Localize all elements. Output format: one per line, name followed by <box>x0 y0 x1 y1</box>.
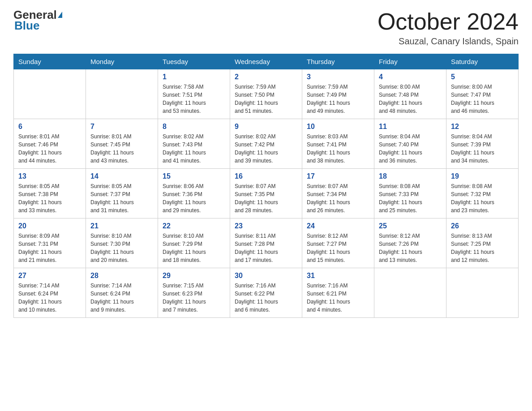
calendar-cell: 23Sunrise: 8:11 AM Sunset: 7:28 PM Dayli… <box>230 218 302 268</box>
calendar-cell: 22Sunrise: 8:10 AM Sunset: 7:29 PM Dayli… <box>158 218 230 268</box>
day-number: 7 <box>90 123 153 131</box>
day-info: Sunrise: 8:05 AM Sunset: 7:38 PM Dayligh… <box>18 182 81 214</box>
day-number: 12 <box>451 123 514 131</box>
calendar-cell: 2Sunrise: 7:59 AM Sunset: 7:50 PM Daylig… <box>230 69 302 119</box>
day-info: Sunrise: 7:14 AM Sunset: 6:24 PM Dayligh… <box>18 282 81 314</box>
day-info: Sunrise: 8:00 AM Sunset: 7:48 PM Dayligh… <box>379 83 442 115</box>
calendar-cell: 28Sunrise: 7:14 AM Sunset: 6:24 PM Dayli… <box>86 268 158 318</box>
title-block: October 2024 Sauzal, Canary Islands, Spa… <box>378 9 519 47</box>
day-number: 23 <box>235 222 297 230</box>
calendar-cell: 19Sunrise: 8:08 AM Sunset: 7:32 PM Dayli… <box>446 169 519 218</box>
day-info: Sunrise: 8:05 AM Sunset: 7:37 PM Dayligh… <box>90 182 153 214</box>
calendar-cell: 3Sunrise: 7:59 AM Sunset: 7:49 PM Daylig… <box>302 69 374 119</box>
day-number: 16 <box>235 172 297 180</box>
day-info: Sunrise: 8:02 AM Sunset: 7:43 PM Dayligh… <box>163 133 225 165</box>
calendar-cell: 21Sunrise: 8:10 AM Sunset: 7:30 PM Dayli… <box>86 218 158 268</box>
day-number: 1 <box>163 73 225 81</box>
calendar-cell: 25Sunrise: 8:12 AM Sunset: 7:26 PM Dayli… <box>374 218 446 268</box>
day-number: 2 <box>235 73 297 81</box>
day-number: 14 <box>90 172 153 180</box>
day-info: Sunrise: 7:58 AM Sunset: 7:51 PM Dayligh… <box>163 83 225 115</box>
day-number: 20 <box>18 222 81 230</box>
day-info: Sunrise: 8:07 AM Sunset: 7:35 PM Dayligh… <box>235 182 297 214</box>
calendar-cell: 31Sunrise: 7:16 AM Sunset: 6:21 PM Dayli… <box>302 268 374 318</box>
day-info: Sunrise: 8:02 AM Sunset: 7:42 PM Dayligh… <box>235 133 297 165</box>
day-number: 8 <box>163 123 225 131</box>
weekday-header-monday: Monday <box>86 54 158 69</box>
day-info: Sunrise: 8:03 AM Sunset: 7:41 PM Dayligh… <box>307 133 369 165</box>
calendar-cell: 8Sunrise: 8:02 AM Sunset: 7:43 PM Daylig… <box>158 119 230 169</box>
calendar-cell: 30Sunrise: 7:16 AM Sunset: 6:22 PM Dayli… <box>230 268 302 318</box>
calendar-cell: 15Sunrise: 8:06 AM Sunset: 7:36 PM Dayli… <box>158 169 230 218</box>
day-info: Sunrise: 8:13 AM Sunset: 7:25 PM Dayligh… <box>451 232 514 264</box>
weekday-header-thursday: Thursday <box>302 54 374 69</box>
day-number: 5 <box>451 73 514 81</box>
calendar-cell: 18Sunrise: 8:08 AM Sunset: 7:33 PM Dayli… <box>374 169 446 218</box>
day-info: Sunrise: 7:14 AM Sunset: 6:24 PM Dayligh… <box>90 282 153 314</box>
weekday-header-wednesday: Wednesday <box>230 54 302 69</box>
calendar-cell: 20Sunrise: 8:09 AM Sunset: 7:31 PM Dayli… <box>14 218 86 268</box>
calendar-cell <box>14 69 86 119</box>
day-number: 13 <box>18 172 81 180</box>
weekday-header-friday: Friday <box>374 54 446 69</box>
day-info: Sunrise: 8:12 AM Sunset: 7:26 PM Dayligh… <box>379 232 442 264</box>
day-number: 18 <box>379 172 442 180</box>
day-number: 11 <box>379 123 442 131</box>
calendar-week-row: 1Sunrise: 7:58 AM Sunset: 7:51 PM Daylig… <box>14 69 519 119</box>
calendar-cell <box>86 69 158 119</box>
day-number: 6 <box>18 123 81 131</box>
day-info: Sunrise: 7:59 AM Sunset: 7:50 PM Dayligh… <box>235 83 297 115</box>
day-number: 22 <box>163 222 225 230</box>
day-info: Sunrise: 7:59 AM Sunset: 7:49 PM Dayligh… <box>307 83 369 115</box>
day-info: Sunrise: 8:12 AM Sunset: 7:27 PM Dayligh… <box>307 232 369 264</box>
calendar-week-row: 20Sunrise: 8:09 AM Sunset: 7:31 PM Dayli… <box>14 218 519 268</box>
day-number: 17 <box>307 172 369 180</box>
day-info: Sunrise: 8:04 AM Sunset: 7:40 PM Dayligh… <box>379 133 442 165</box>
calendar-cell: 6Sunrise: 8:01 AM Sunset: 7:46 PM Daylig… <box>14 119 86 169</box>
day-number: 27 <box>18 272 81 280</box>
day-number: 29 <box>163 272 225 280</box>
day-number: 24 <box>307 222 369 230</box>
day-info: Sunrise: 8:10 AM Sunset: 7:30 PM Dayligh… <box>90 232 153 264</box>
day-number: 10 <box>307 123 369 131</box>
day-info: Sunrise: 8:01 AM Sunset: 7:45 PM Dayligh… <box>90 133 153 165</box>
logo-blue-text: Blue <box>14 20 39 31</box>
calendar-cell: 11Sunrise: 8:04 AM Sunset: 7:40 PM Dayli… <box>374 119 446 169</box>
calendar-cell: 7Sunrise: 8:01 AM Sunset: 7:45 PM Daylig… <box>86 119 158 169</box>
day-info: Sunrise: 8:11 AM Sunset: 7:28 PM Dayligh… <box>235 232 297 264</box>
weekday-header-saturday: Saturday <box>446 54 519 69</box>
calendar-cell: 1Sunrise: 7:58 AM Sunset: 7:51 PM Daylig… <box>158 69 230 119</box>
calendar-cell: 29Sunrise: 7:15 AM Sunset: 6:23 PM Dayli… <box>158 268 230 318</box>
day-info: Sunrise: 8:07 AM Sunset: 7:34 PM Dayligh… <box>307 182 369 214</box>
calendar-cell: 10Sunrise: 8:03 AM Sunset: 7:41 PM Dayli… <box>302 119 374 169</box>
page-header: General Blue October 2024 Sauzal, Canary… <box>13 9 519 47</box>
weekday-header-tuesday: Tuesday <box>158 54 230 69</box>
weekday-header-sunday: Sunday <box>14 54 86 69</box>
day-info: Sunrise: 8:04 AM Sunset: 7:39 PM Dayligh… <box>451 133 514 165</box>
day-info: Sunrise: 7:16 AM Sunset: 6:21 PM Dayligh… <box>307 282 369 314</box>
month-title: October 2024 <box>378 9 519 34</box>
calendar-table: SundayMondayTuesdayWednesdayThursdayFrid… <box>13 54 519 318</box>
calendar-cell: 5Sunrise: 8:00 AM Sunset: 7:47 PM Daylig… <box>446 69 519 119</box>
day-info: Sunrise: 8:08 AM Sunset: 7:33 PM Dayligh… <box>379 182 442 214</box>
day-info: Sunrise: 7:15 AM Sunset: 6:23 PM Dayligh… <box>163 282 225 314</box>
calendar-cell: 16Sunrise: 8:07 AM Sunset: 7:35 PM Dayli… <box>230 169 302 218</box>
day-info: Sunrise: 8:10 AM Sunset: 7:29 PM Dayligh… <box>163 232 225 264</box>
logo-triangle-icon <box>58 12 62 18</box>
calendar-cell: 17Sunrise: 8:07 AM Sunset: 7:34 PM Dayli… <box>302 169 374 218</box>
calendar-week-row: 13Sunrise: 8:05 AM Sunset: 7:38 PM Dayli… <box>14 169 519 218</box>
weekday-header-row: SundayMondayTuesdayWednesdayThursdayFrid… <box>14 54 519 69</box>
location-text: Sauzal, Canary Islands, Spain <box>378 36 519 47</box>
calendar-cell <box>446 268 519 318</box>
logo: General Blue <box>13 9 62 31</box>
day-number: 25 <box>379 222 442 230</box>
calendar-cell: 9Sunrise: 8:02 AM Sunset: 7:42 PM Daylig… <box>230 119 302 169</box>
calendar-cell <box>374 268 446 318</box>
day-number: 9 <box>235 123 297 131</box>
day-number: 26 <box>451 222 514 230</box>
day-info: Sunrise: 8:01 AM Sunset: 7:46 PM Dayligh… <box>18 133 81 165</box>
day-number: 21 <box>90 222 153 230</box>
day-info: Sunrise: 8:00 AM Sunset: 7:47 PM Dayligh… <box>451 83 514 115</box>
calendar-week-row: 6Sunrise: 8:01 AM Sunset: 7:46 PM Daylig… <box>14 119 519 169</box>
calendar-cell: 26Sunrise: 8:13 AM Sunset: 7:25 PM Dayli… <box>446 218 519 268</box>
